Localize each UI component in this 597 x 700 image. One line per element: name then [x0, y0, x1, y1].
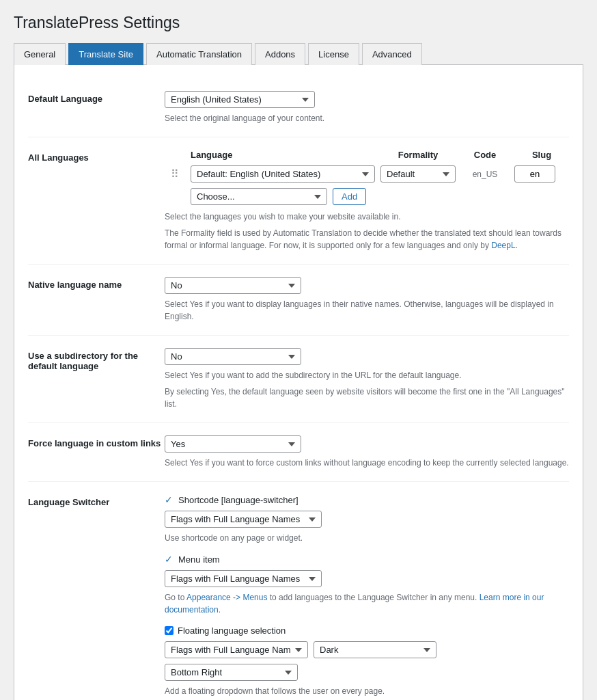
subdirectory-select[interactable]: No Yes	[165, 348, 301, 365]
language-slug-0[interactable]	[514, 165, 555, 183]
language-switcher-label: Language Switcher	[28, 494, 165, 507]
menu-item-option: ✓ Menu item Flags with Full Language Nam…	[165, 554, 569, 616]
tab-license[interactable]: License	[308, 43, 359, 65]
subdirectory-label: Use a subdirectory for the default langu…	[28, 348, 165, 371]
floating-description: Add a floating dropdown that follows the…	[165, 685, 569, 697]
force-language-select[interactable]: Yes No	[165, 435, 301, 453]
floating-theme-select[interactable]: Dark Light	[314, 641, 436, 658]
col-language: Language	[191, 150, 375, 160]
floating-checkbox-label[interactable]: Floating language selection	[165, 625, 569, 636]
native-language-content: No Yes Select Yes if you want to display…	[165, 277, 569, 323]
native-language-label: Native language name	[28, 277, 165, 290]
menu-item-checkbox-label: ✓ Menu item	[165, 554, 569, 565]
choose-language-select[interactable]: Choose...	[191, 188, 327, 205]
page-title: TranslatePress Settings	[14, 14, 583, 32]
tab-advanced[interactable]: Advanced	[362, 43, 422, 65]
subdirectory-row: Use a subdirectory for the default langu…	[28, 336, 569, 423]
default-language-description: Select the original language of your con…	[165, 112, 569, 124]
force-language-label: Force language in custom links	[28, 435, 165, 448]
subdirectory-content: No Yes Select Yes if you want to add the…	[165, 348, 569, 410]
add-language-row: Choose... Add	[191, 188, 569, 205]
deepl-link[interactable]: DeepL	[491, 241, 515, 250]
subdirectory-desc2: By selecting Yes, the default language s…	[165, 386, 569, 410]
floating-position-select[interactable]: Bottom Right Bottom Left Top Right Top L…	[165, 664, 298, 681]
native-language-row: Native language name No Yes Select Yes i…	[28, 265, 569, 336]
force-language-content: Yes No Select Yes if you want to force c…	[165, 435, 569, 469]
force-language-row: Force language in custom links Yes No Se…	[28, 423, 569, 482]
shortcode-checkbox-label: ✓ Shortcode [language-switcher]	[165, 494, 569, 505]
floating-label-text: Floating language selection	[178, 625, 286, 636]
shortcode-checkmark: ✓	[165, 494, 173, 505]
appearance-menus-link[interactable]: Appearance -> Menus	[186, 593, 267, 602]
language-code-0: en_US	[461, 170, 509, 179]
tabs-nav: General Translate Site Automatic Transla…	[14, 42, 583, 65]
tab-general[interactable]: General	[14, 43, 66, 65]
lang-table-header: Language Formality Code Slug	[165, 150, 569, 160]
col-slug: Slug	[514, 150, 569, 160]
formality-select-0[interactable]: Default Formal Informal	[380, 165, 456, 183]
shortcode-description: Use shortcode on any page or widget.	[165, 532, 569, 544]
col-code: Code	[461, 150, 509, 160]
language-switcher-content: ✓ Shortcode [language-switcher] Flags wi…	[165, 494, 569, 700]
add-language-button[interactable]: Add	[333, 188, 366, 205]
native-language-description: Select Yes if you want to display langua…	[165, 298, 569, 323]
subdirectory-desc1: Select Yes if you want to add the subdir…	[165, 369, 569, 381]
shortcode-style-select[interactable]: Flags with Full Language Names Flags onl…	[165, 511, 322, 528]
all-languages-desc2: The Formality field is used by Automatic…	[165, 227, 569, 252]
tab-addons[interactable]: Addons	[255, 43, 305, 65]
shortcode-label-text: Shortcode [language-switcher]	[178, 495, 298, 505]
floating-checkbox[interactable]	[165, 626, 173, 635]
default-language-content: English (United States) French German Sp…	[165, 91, 569, 124]
all-languages-label: All Languages	[28, 150, 165, 163]
force-language-description: Select Yes if you want to force custom l…	[165, 457, 569, 469]
menu-item-style-select[interactable]: Flags with Full Language Names Flags onl…	[165, 570, 322, 587]
menu-item-description: Go to Appearance -> Menus to add languag…	[165, 591, 569, 616]
floating-option: Floating language selection Flags with F…	[165, 625, 569, 697]
language-select-0[interactable]: Default: English (United States)	[191, 165, 375, 183]
tab-translate-site[interactable]: Translate Site	[68, 43, 143, 65]
all-languages-desc1: Select the languages you wish to make yo…	[165, 211, 569, 223]
all-languages-row: All Languages Language Formality Code Sl…	[28, 137, 569, 265]
all-languages-content: Language Formality Code Slug ⠿ Default: …	[165, 150, 569, 252]
shortcode-selects: Flags with Full Language Names Flags onl…	[165, 511, 569, 528]
menu-item-checkmark: ✓	[165, 554, 173, 565]
shortcode-option: ✓ Shortcode [language-switcher] Flags wi…	[165, 494, 569, 544]
language-switcher-row: Language Switcher ✓ Shortcode [language-…	[28, 482, 569, 700]
tab-automatic-translation[interactable]: Automatic Translation	[146, 43, 252, 65]
settings-panel: Default Language English (United States)…	[14, 65, 583, 700]
default-language-select[interactable]: English (United States) French German Sp…	[165, 91, 315, 108]
menu-item-label-text: Menu item	[178, 554, 220, 565]
language-row-0: ⠿ Default: English (United States) Defau…	[165, 165, 569, 183]
default-language-label: Default Language	[28, 91, 165, 104]
drag-handle-icon: ⠿	[165, 167, 185, 180]
menu-item-selects: Flags with Full Language Names Flags onl…	[165, 570, 569, 587]
native-language-select[interactable]: No Yes	[165, 277, 301, 294]
col-formality: Formality	[380, 150, 456, 160]
floating-selects: Flags with Full Language Names Flags onl…	[165, 641, 569, 681]
floating-style-select[interactable]: Flags with Full Language Names Flags onl…	[165, 641, 308, 658]
default-language-row: Default Language English (United States)…	[28, 79, 569, 137]
